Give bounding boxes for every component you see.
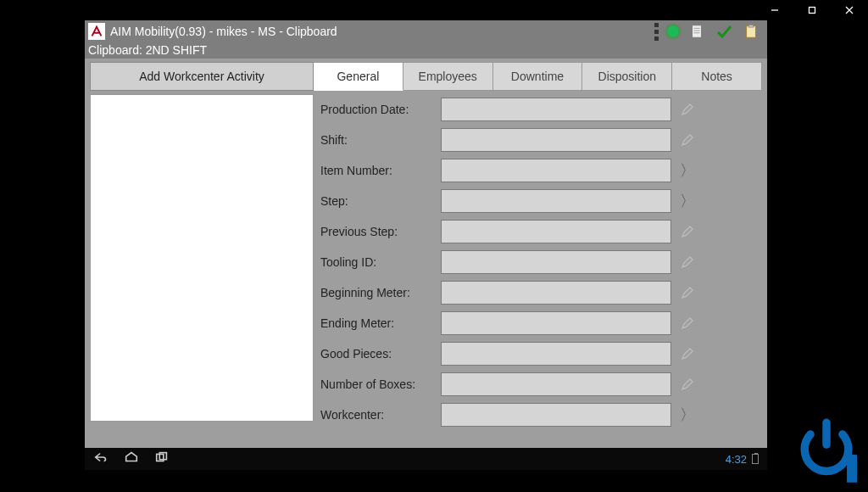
field-label: Item Number: [320,164,441,177]
edit-pencil-icon[interactable] [678,220,697,243]
tab-general[interactable]: General [314,62,403,91]
edit-pencil-icon[interactable] [678,128,697,152]
tab-downtime[interactable]: Downtime [493,62,583,91]
svg-rect-1 [810,8,815,14]
field-label: Number of Boxes: [320,377,441,391]
form-row: Beginning Meter: [320,277,762,308]
field-input[interactable] [441,159,671,182]
field-input[interactable] [441,98,671,121]
svg-rect-8 [747,26,756,38]
clipboard-icon[interactable] [742,22,760,41]
window-minimize-button[interactable] [756,0,793,20]
app-content: Add Workcenter Activity GeneralEmployees… [85,59,767,433]
field-input[interactable] [441,342,671,366]
window-maximize-button[interactable] [793,0,831,20]
field-label: Ending Meter: [320,316,441,330]
toolbar-row: Add Workcenter Activity GeneralEmployees… [90,62,762,91]
status-led-icon [667,25,679,37]
form-row: Ending Meter: [320,308,762,338]
tab-disposition[interactable]: Disposition [582,62,672,91]
edit-pencil-icon[interactable] [678,372,697,396]
chevron-right-icon[interactable]: 〉 [678,189,697,213]
form-row: Step:〉 [320,186,762,216]
field-label: Tooling ID: [320,255,441,269]
field-label: Production Date: [320,103,441,116]
document-icon[interactable] [687,22,706,41]
form-row: Shift: [320,125,762,155]
checkmark-icon[interactable] [715,22,733,41]
android-clock: 4:32 [726,453,747,466]
android-nav-left [93,451,170,467]
form-row: Item Number:〉 [320,155,762,186]
window-close-button[interactable] [831,0,868,20]
field-input[interactable] [441,403,671,427]
edit-pencil-icon[interactable] [678,250,697,274]
edit-pencil-icon[interactable] [678,281,697,305]
field-label: Workcenter: [320,408,441,422]
field-label: Beginning Meter: [320,286,441,299]
field-input[interactable] [441,281,671,305]
android-recent-button[interactable] [154,451,170,467]
edit-pencil-icon[interactable] [678,342,697,366]
tab-notes[interactable]: Notes [672,62,762,91]
form-row: Good Pieces: [320,338,762,369]
field-label: Good Pieces: [320,347,441,361]
android-back-button[interactable] [93,451,108,467]
form-row: Number of Boxes: [320,369,762,400]
window-titlebar-controls [756,0,868,20]
form-row: Production Date: [320,94,762,125]
form-row: Workcenter:〉 [320,400,762,430]
app-icon [88,23,105,40]
app-title: AIM Mobility(0.93) - mikes - MS - Clipbo… [110,25,654,38]
field-input[interactable] [441,128,671,152]
field-input[interactable] [441,220,671,243]
tabs: GeneralEmployeesDowntimeDispositionNotes [314,62,762,91]
field-label: Shift: [320,133,441,147]
battery-icon [752,454,759,464]
field-label: Previous Step: [320,225,441,238]
overflow-menu-icon[interactable] [654,23,659,41]
activity-list[interactable] [90,94,314,422]
chevron-right-icon[interactable]: 〉 [678,403,697,427]
chevron-right-icon[interactable]: 〉 [678,159,697,182]
app-topbar: AIM Mobility(0.93) - mikes - MS - Clipbo… [85,20,767,42]
window-frame: AIM Mobility(0.93) - mikes - MS - Clipbo… [0,0,868,492]
field-input[interactable] [441,189,671,213]
form-body: Production Date:Shift:Item Number:〉Step:… [90,94,762,430]
edit-pencil-icon[interactable] [678,311,697,335]
android-navigation-bar: 4:32 [85,448,767,470]
form-row: Previous Step: [320,216,762,247]
svg-rect-4 [693,25,702,37]
android-status-right: 4:32 [726,453,759,466]
field-label: Step: [320,194,441,208]
edit-pencil-icon[interactable] [678,98,697,121]
brand-power-logo [790,414,863,487]
field-input[interactable] [441,372,671,396]
topbar-actions [654,22,764,41]
tablet-app-frame: AIM Mobility(0.93) - mikes - MS - Clipbo… [85,20,767,470]
field-input[interactable] [441,250,671,274]
tab-employees[interactable]: Employees [403,62,493,91]
form-row: Tooling ID: [320,247,762,277]
clipboard-context-bar: Clipboard: 2ND SHIFT [85,42,767,59]
field-input[interactable] [441,311,671,335]
svg-rect-9 [748,25,753,27]
general-form: Production Date:Shift:Item Number:〉Step:… [320,94,762,430]
android-home-button[interactable] [124,451,139,467]
add-workcenter-activity-button[interactable]: Add Workcenter Activity [90,62,314,91]
